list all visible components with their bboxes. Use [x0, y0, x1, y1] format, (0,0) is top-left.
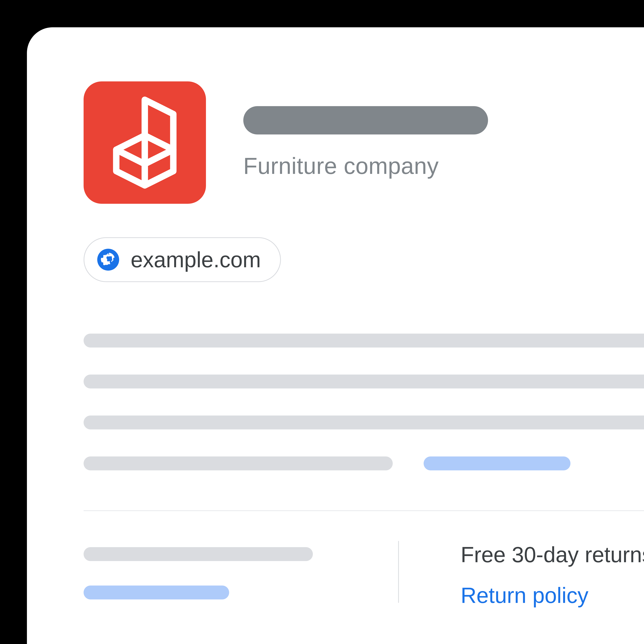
title-placeholder [243, 106, 488, 134]
link-placeholder[interactable] [84, 586, 229, 599]
info-columns: Free 30-day returns Return policy [84, 542, 644, 608]
title-block: Furniture company [243, 106, 488, 179]
company-logo [84, 81, 206, 204]
description-placeholder [84, 334, 644, 470]
returns-column: Free 30-day returns Return policy [399, 542, 644, 608]
returns-headline: Free 30-day returns [461, 542, 644, 567]
website-chip[interactable]: example.com [84, 237, 281, 282]
placeholder-line [84, 456, 393, 470]
placeholder-line [84, 416, 644, 429]
placeholder-line [84, 375, 644, 388]
chair-icon [109, 96, 181, 189]
globe-icon [97, 249, 119, 271]
divider [84, 510, 644, 511]
company-subtitle: Furniture company [243, 152, 488, 179]
placeholder-line [84, 334, 644, 348]
knowledge-panel-card: Furniture company example.com Free 30-da… [27, 27, 644, 644]
svg-point-0 [97, 249, 119, 271]
header: Furniture company [84, 81, 644, 204]
website-chip-text: example.com [131, 247, 261, 272]
return-policy-link[interactable]: Return policy [461, 583, 644, 608]
placeholder-line [84, 547, 313, 561]
placeholder-last-row [84, 456, 644, 470]
rating-column [84, 542, 398, 608]
link-placeholder[interactable] [424, 456, 570, 470]
